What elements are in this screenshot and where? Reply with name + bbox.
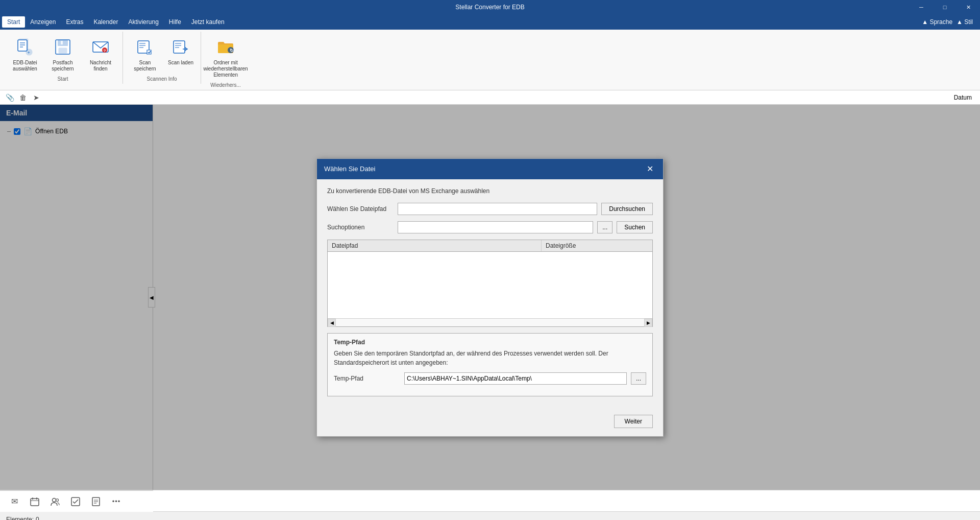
elements-count: 0 xyxy=(36,516,39,521)
search-options-row: Suchoptionen ... Suchen xyxy=(327,221,653,233)
ribbon-buttons-scannen: Scan speichern Scan laden xyxy=(127,36,197,74)
svg-point-28 xyxy=(53,498,56,502)
file-path-input[interactable] xyxy=(398,203,597,215)
browse-button[interactable]: Durchsuchen xyxy=(601,203,653,215)
ribbon-btn-scan-laden[interactable]: Scan laden xyxy=(165,36,197,68)
file-path-label: Wählen Sie Dateipfad xyxy=(327,205,394,212)
scroll-left-button[interactable]: ◀ xyxy=(328,319,336,327)
modal-footer: Weiter xyxy=(317,411,663,436)
search-options-browse-button[interactable]: ... xyxy=(597,221,612,233)
elements-label: Elemente: xyxy=(6,516,34,521)
datum-label: Datum xyxy=(954,94,972,101)
temp-path-label: Temp-Pfad xyxy=(334,375,400,382)
nav-notes-button[interactable] xyxy=(88,493,104,510)
svg-rect-20 xyxy=(175,45,181,46)
svg-text:?: ? xyxy=(104,49,106,53)
app-title: Stellar Converter for EDB xyxy=(455,4,524,11)
menu-item-extras[interactable]: Extras xyxy=(61,16,88,28)
window-controls: ─ □ ✕ xyxy=(910,0,980,14)
edb-datei-label: EDB-Datei auswählen xyxy=(10,60,40,72)
file-table-header: Dateipfad Dateigröße xyxy=(328,240,652,252)
ribbon-btn-postfach[interactable]: Postfach speichern xyxy=(45,36,81,74)
nav-tasks-button[interactable] xyxy=(67,493,84,510)
svg-rect-15 xyxy=(139,43,145,44)
ribbon-buttons-start: + EDB-Datei auswählen Postfach speichern xyxy=(7,36,118,74)
svg-text:+: + xyxy=(28,50,30,55)
menu-bar: Start Anzeigen Extras Kalender Aktivieru… xyxy=(0,14,980,30)
ribbon-group-wiederherstellen-label: Wiederhers... xyxy=(210,80,240,88)
svg-rect-24 xyxy=(31,499,39,506)
postfach-label: Postfach speichern xyxy=(48,60,78,72)
scroll-right-button[interactable]: ▶ xyxy=(644,319,652,327)
ribbon-btn-scan-speichern[interactable]: Scan speichern xyxy=(127,36,163,74)
status-bar: Elemente: 0 xyxy=(0,511,980,520)
ribbon-group-scannen-label: Scannen Info xyxy=(147,74,177,82)
attachment-button[interactable]: 📎 xyxy=(4,92,15,103)
temp-section: Temp-Pfad Geben Sie den temporären Stand… xyxy=(327,333,653,396)
menu-right: ▲ Sprache ▲ Stil xyxy=(922,18,978,26)
modal-subtitle: Zu konvertierende EDB-Datei von MS Excha… xyxy=(327,187,653,195)
temp-section-desc: Geben Sie den temporären Standortpfad an… xyxy=(334,349,646,367)
modal-title-bar: Wählen Sie Datei ✕ xyxy=(317,159,663,179)
modal-wahlen-sie-datei: Wählen Sie Datei ✕ Zu konvertierende EDB… xyxy=(316,158,664,437)
edb-datei-icon: + xyxy=(16,38,34,59)
modal-title: Wählen Sie Datei xyxy=(324,165,375,173)
delete-button[interactable]: 🗑 xyxy=(17,92,29,103)
menu-item-anzeigen[interactable]: Anzeigen xyxy=(25,16,61,28)
svg-rect-16 xyxy=(139,45,145,46)
temp-section-title: Temp-Pfad xyxy=(334,339,646,346)
toolbar: 📎 🗑 ➤ Datum xyxy=(0,90,980,105)
title-bar: Stellar Converter for EDB ─ □ ✕ xyxy=(0,0,980,14)
nav-calendar-button[interactable] xyxy=(27,493,43,510)
close-window-button[interactable]: ✕ xyxy=(957,0,980,14)
file-table: Dateipfad Dateigröße ◀ ▶ xyxy=(327,240,653,327)
modal-close-button[interactable]: ✕ xyxy=(644,163,656,175)
file-table-body xyxy=(328,252,652,318)
search-button[interactable]: Suchen xyxy=(617,221,653,233)
ordner-mit-label: Ordner mit wiederherstellbaren Elementen xyxy=(203,60,248,78)
menu-item-hilfe[interactable]: Hilfe xyxy=(164,16,186,28)
menu-item-aktivierung[interactable]: Aktivierung xyxy=(123,16,163,28)
nav-people-button[interactable] xyxy=(47,493,63,510)
scan-laden-label: Scan laden xyxy=(168,60,193,66)
col-dateigroesse: Dateigröße xyxy=(542,240,652,251)
menu-item-jetzt-kaufen[interactable]: Jetzt kaufen xyxy=(186,16,230,28)
ribbon-group-scannen: Scan speichern Scan laden Scannen Info xyxy=(123,32,201,84)
nachricht-icon: ? xyxy=(91,38,110,59)
svg-text:↻: ↻ xyxy=(230,48,234,53)
scroll-track xyxy=(336,319,644,326)
bottom-right-spacer xyxy=(153,490,980,511)
ribbon-btn-nachricht[interactable]: ? Nachricht finden xyxy=(83,36,118,74)
file-table-scrollbar: ◀ ▶ xyxy=(328,318,652,326)
col-dateipfad: Dateipfad xyxy=(328,240,542,251)
ribbon-btn-ordner-mit[interactable]: ↻ Ordner mit wiederherstellbaren Element… xyxy=(205,36,246,80)
main-area: E-Mail ─ 📄 Öffnen EDB ◀ Wählen Sie Datei… xyxy=(0,105,980,490)
svg-rect-10 xyxy=(61,41,63,44)
bottom-nav-bar: ✉ ••• xyxy=(0,490,980,511)
nachricht-label: Nachricht finden xyxy=(86,60,115,72)
temp-path-browse-button[interactable]: ... xyxy=(631,372,646,385)
modal-overlay: Wählen Sie Datei ✕ Zu konvertierende EDB… xyxy=(0,105,980,490)
postfach-icon xyxy=(54,38,72,59)
search-options-input[interactable] xyxy=(398,221,593,233)
weiter-button[interactable]: Weiter xyxy=(614,415,653,428)
column-header-datum: Datum xyxy=(44,94,976,101)
ribbon-btn-edb-datei[interactable]: + EDB-Datei auswählen xyxy=(7,36,43,74)
ribbon-group-wiederherstellen: ↻ Ordner mit wiederherstellbaren Element… xyxy=(201,32,250,90)
temp-path-row: Temp-Pfad ... xyxy=(334,372,646,385)
forward-button[interactable]: ➤ xyxy=(31,92,42,103)
sprache-menu[interactable]: ▲ Sprache xyxy=(922,18,952,26)
nav-mail-button[interactable]: ✉ xyxy=(6,493,22,510)
svg-rect-21 xyxy=(175,47,179,48)
menu-item-kalender[interactable]: Kalender xyxy=(88,16,123,28)
scan-speichern-label: Scan speichern xyxy=(130,60,160,72)
svg-rect-9 xyxy=(59,48,67,53)
maximize-button[interactable]: □ xyxy=(933,0,957,14)
temp-path-input[interactable] xyxy=(404,372,627,385)
nav-more-button[interactable]: ••• xyxy=(108,493,125,510)
menu-item-start[interactable]: Start xyxy=(2,16,25,28)
svg-rect-1 xyxy=(18,40,27,51)
ribbon: + EDB-Datei auswählen Postfach speichern xyxy=(0,30,980,90)
minimize-button[interactable]: ─ xyxy=(910,0,933,14)
stil-menu[interactable]: ▲ Stil xyxy=(957,18,973,26)
